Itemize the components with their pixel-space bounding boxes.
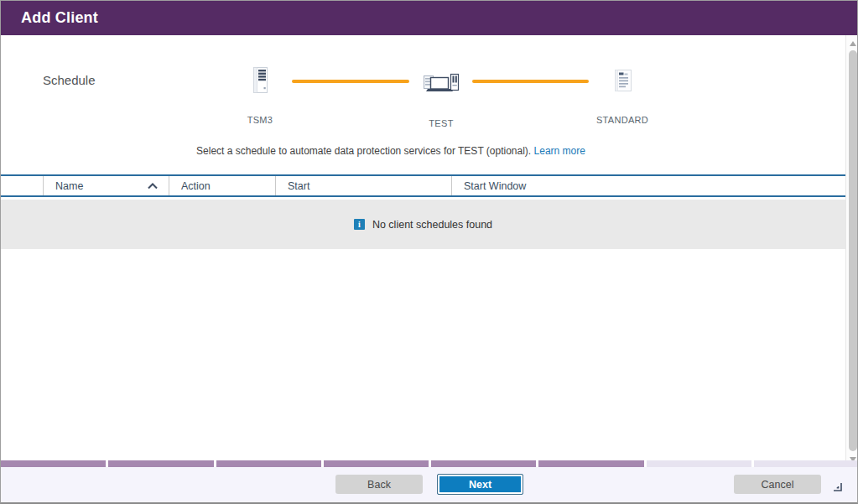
progress-segment — [754, 460, 858, 467]
column-header-start-window[interactable]: Start Window — [451, 176, 845, 195]
column-header-start[interactable]: Start — [275, 176, 451, 195]
progress-segment — [216, 460, 321, 467]
dialog-title: Add Client — [21, 1, 98, 35]
column-select — [1, 176, 43, 195]
sort-ascending-icon[interactable] — [147, 180, 159, 192]
wizard-node-label-client: TEST — [391, 118, 491, 128]
column-header-start-label: Start — [288, 180, 309, 192]
learn-more-link[interactable]: Learn more — [534, 145, 585, 157]
progress-segment — [431, 460, 536, 467]
progress-segment — [108, 460, 213, 467]
wizard-connector-line — [472, 80, 589, 83]
progress-segment — [324, 460, 429, 467]
back-button[interactable]: Back — [335, 475, 423, 494]
server-icon — [249, 66, 272, 98]
resize-grip-icon[interactable] — [830, 480, 844, 493]
policy-document-icon — [614, 69, 632, 96]
dialog-footer: Back Next Cancel — [1, 467, 858, 502]
wizard-description: Select a schedule to automate data prote… — [1, 145, 781, 157]
scrollbar-thumb[interactable] — [849, 50, 857, 451]
column-header-name-label: Name — [55, 180, 83, 192]
wizard-connector-line — [292, 80, 409, 83]
column-header-start-window-label: Start Window — [464, 180, 526, 192]
progress-segment — [538, 460, 643, 467]
info-icon: i — [354, 219, 365, 230]
add-client-dialog: Add Client Schedule TSM3 — [0, 0, 858, 504]
vertical-scrollbar[interactable] — [845, 35, 858, 468]
wizard-step-label: Schedule — [43, 73, 96, 87]
cancel-button[interactable]: Cancel — [734, 475, 821, 494]
client-devices-icon — [423, 71, 461, 98]
scroll-up-arrow-icon[interactable] — [846, 37, 858, 50]
wizard-description-text: Select a schedule to automate data prote… — [196, 145, 531, 157]
progress-segment — [647, 460, 751, 467]
column-header-action-label: Action — [181, 180, 211, 192]
empty-state-message: No client schedules found — [372, 219, 492, 231]
schedules-table-header: Name Action Start Start Window — [1, 174, 845, 197]
next-button[interactable]: Next — [437, 474, 523, 495]
progress-segment — [1, 460, 106, 467]
wizard-node-label-policy: STANDARD — [572, 115, 673, 125]
empty-state-row: i No client schedules found — [1, 200, 845, 249]
wizard-node-label-server: TSM3 — [210, 115, 310, 125]
wizard-progress — [1, 460, 858, 467]
column-header-name[interactable]: Name — [43, 176, 169, 195]
column-header-action[interactable]: Action — [169, 176, 275, 195]
dialog-titlebar: Add Client — [1, 1, 857, 35]
